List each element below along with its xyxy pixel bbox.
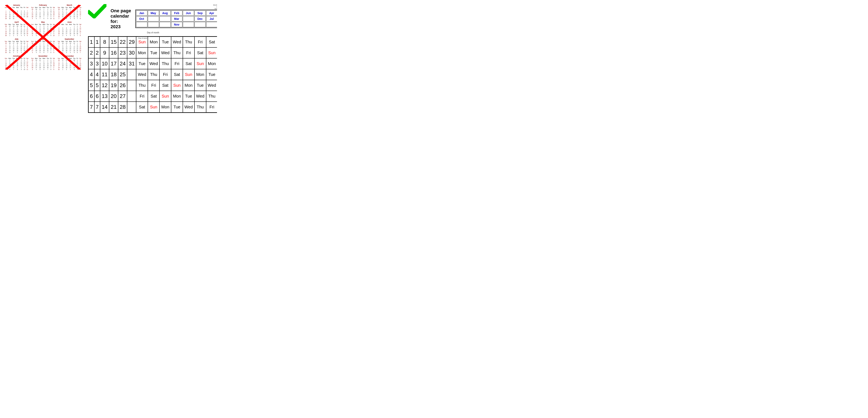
main-calendar-table: 118152229Day of weekSunMonTueWedThuFriSa… [88,36,217,113]
mini-calendar-july: JulySunMonTueWedThuFriSat252627282930123… [4,38,29,54]
day-number-cell: 13 [100,91,109,102]
dow-cell-thu: Thu [206,91,217,102]
day-number-cell: 20 [109,91,118,102]
dow-cell-sun: Day of weekSun [136,37,148,47]
mini-calendar-october: OctoberSunMonTueWedThuFriSat123456789101… [4,55,29,70]
mini-calendar-december: DecemberSunMonTueWedThuFriSat26272829301… [57,55,82,70]
dow-cell-sat: Sat [159,80,171,91]
row-number-4: 4 [88,69,94,80]
dow-cell-sun: Sun [148,102,159,113]
month-header-cell-jul: Jul [206,16,217,22]
day-number-cell [127,80,136,91]
calendar-row-6: 66132027FriSatSunMonTueWedThu [88,91,217,102]
month-header-cell-empty [159,16,171,22]
dow-cell-tue: Tue [148,47,159,58]
day-number-cell: 12 [100,80,109,91]
dow-cell-sun: Sun [194,58,206,69]
dow-cell-mon: Mon [136,47,148,58]
green-checkmark-icon [88,4,106,19]
row-number-1: 1 [88,37,94,47]
dow-cell-thu: Thu [136,80,148,91]
month-of-year-label: MonthofYear [135,4,217,10]
dow-cell-sun: Sun [171,80,183,91]
dow-cell-fri: Fri [206,102,217,113]
day-number-cell: 27 [118,91,127,102]
dow-cell-tue: Tue [136,58,148,69]
dow-cell-thu: Thu [194,102,206,113]
month-header-cell-dec: Dec [194,16,206,22]
dow-cell-tue: Tue [194,80,206,91]
mini-calendar-september: SeptemberSunMonTueWedThuFriSat2728293031… [57,38,82,54]
left-crossed-calendars: JanuarySunMonTueWedThuFriSat 12345678910… [4,4,82,70]
checkmark-area [88,4,106,19]
day-number-cell: 23 [118,47,127,58]
dow-cell-sat: Sat [183,58,194,69]
calendar-row-7: 77142128SatSunMonTueWedThuFri [88,102,217,113]
day-number-cell: 16 [109,47,118,58]
top-section: One page calendar for: 2023 MonthofYear … [88,4,217,29]
day-number-cell: 3 [94,58,100,69]
month-header-cell-may: May [148,10,159,16]
day-number-cell: 4 [94,69,100,80]
month-header-cell-empty [159,22,171,27]
day-number-cell: 10 [100,58,109,69]
calendar-row-5: 55121926ThuFriSatSunMonTueWed [88,80,217,91]
month-header-cell-apr: Apr [206,10,217,16]
right-side: One page calendar for: 2023 MonthofYear … [88,4,217,113]
month-header-cell-jan: Jan [136,10,147,16]
dow-cell-fri: Fri [183,47,194,58]
dow-cell-thu: Thu [159,58,171,69]
day-number-cell: 25 [118,69,127,80]
day-of-month-label: Day of month [88,32,217,34]
day-number-cell: 17 [109,58,118,69]
day-number-cell: 15 [109,37,118,47]
one-page-title: One page calendar for: [111,8,131,24]
day-number-cell: 29 [127,37,136,47]
dow-cell-fri: Fri [148,80,159,91]
dow-cell-wed: Wed [183,102,194,113]
month-header-cell-jun: Jun [183,10,194,16]
day-number-cell: 7 [94,102,100,113]
month-header-cell-oct: Oct [136,16,147,22]
calendar-row-1: 118152229Day of weekSunMonTueWedThuFriSa… [88,37,217,47]
row-number-7: 7 [88,102,94,113]
mini-calendar-august: AugustSunMonTueWedThuFriSat3031123456789… [31,38,55,54]
month-header-cell-empty [148,22,159,27]
dow-cell-tue: Tue [206,69,217,80]
row-number-6: 6 [88,91,94,102]
day-number-cell: 2 [94,47,100,58]
day-number-cell: 28 [118,102,127,113]
day-number-cell: 5 [94,80,100,91]
day-number-cell [127,102,136,113]
calendar-row-3: 3310172431TueWedThuFriSatSunMon [88,58,217,69]
dow-cell-sat: Sat [194,47,206,58]
month-header-table: JanMayAugFebJunSepAprOctMarDecJulNov [135,10,217,28]
dow-cell-mon: Mon [183,80,194,91]
day-number-cell: 18 [109,69,118,80]
month-header-cell-empty [148,16,159,22]
mini-calendar-march: MarchSunMonTueWedThuFriSat26272812345678… [57,4,82,20]
dow-cell-wed: Wed [171,37,183,47]
month-header-cell-empty [194,22,206,27]
year-title: 2023 [111,24,131,29]
dow-cell-sat: Sat [206,37,217,47]
dow-cell-wed: Wed [159,47,171,58]
mini-calendar-april: AprilSunMonTueWedThuFriSat26272829303112… [4,21,29,36]
month-header-cell-empty [136,22,147,27]
day-number-cell: 24 [118,58,127,69]
dow-cell-mon: Mon [171,91,183,102]
dow-cell-sat: Sat [148,91,159,102]
month-header-cell-sep: Sep [194,10,206,16]
day-number-cell: 14 [100,102,109,113]
dow-cell-thu: Thu [183,37,194,47]
dow-cell-wed: Wed [194,91,206,102]
month-header-cell-mar: Mar [171,16,182,22]
day-number-cell: 11 [100,69,109,80]
day-number-cell: 19 [109,80,118,91]
dow-cell-sun: Sun [183,69,194,80]
day-number-cell: 21 [109,102,118,113]
mini-calendars-grid: JanuarySunMonTueWedThuFriSat 12345678910… [4,4,82,70]
mini-calendar-november: NovemberSunMonTueWedThuFriSat29303112345… [31,55,55,70]
dow-cell-sat: Sat [136,102,148,113]
dow-cell-mon: Mon [206,58,217,69]
